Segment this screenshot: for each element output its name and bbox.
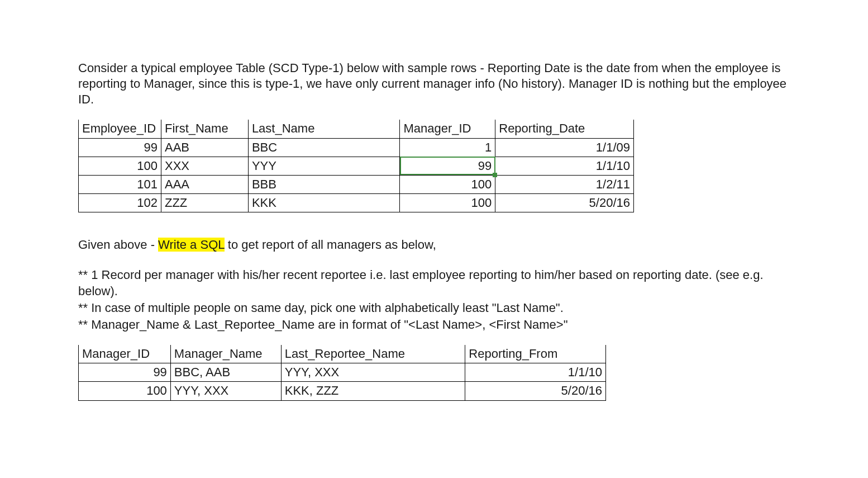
selected-cell[interactable]: 99 <box>400 157 495 175</box>
col-reporting-from: Reporting_From <box>465 345 606 363</box>
rule-3: ** Manager_Name & Last_Reportee_Name are… <box>78 317 790 333</box>
cell-first-name: XXX <box>161 157 248 175</box>
cell-manager-id: 1 <box>400 138 495 157</box>
task-suffix: to get report of all managers as below, <box>225 238 436 252</box>
cell-employee-id: 100 <box>79 157 161 175</box>
document-page: Consider a typical employee Table (SCD T… <box>0 0 868 478</box>
table-row: 100 YYY, XXX KKK, ZZZ 5/20/16 <box>79 382 606 400</box>
rules-block: ** 1 Record per manager with his/her rec… <box>78 267 790 333</box>
manager-table-header-row: Manager_ID Manager_Name Last_Reportee_Na… <box>79 345 606 363</box>
rule-2: ** In case of multiple people on same da… <box>78 300 790 316</box>
cell-reporting-from: 5/20/16 <box>465 382 606 400</box>
cell-last-name: YYY <box>248 157 400 175</box>
col-mgr-name: Manager_Name <box>170 345 281 363</box>
cell-reporting-from: 1/1/10 <box>465 363 606 382</box>
col-reportee-name: Last_Reportee_Name <box>281 345 465 363</box>
cell-first-name: AAB <box>161 138 248 157</box>
cell-reporting-date: 1/1/09 <box>495 138 634 157</box>
cell-reportee-name: KKK, ZZZ <box>281 382 465 400</box>
cell-mgr-name: YYY, XXX <box>170 382 281 400</box>
cell-manager-id: 100 <box>400 175 495 193</box>
table-row: 101 AAA BBB 100 1/2/11 <box>79 175 634 193</box>
cell-mgr-id: 99 <box>79 363 171 382</box>
cell-employee-id: 101 <box>79 175 161 193</box>
table-row: 99 BBC, AAB YYY, XXX 1/1/10 <box>79 363 606 382</box>
cell-last-name: BBB <box>248 175 400 193</box>
col-last-name: Last_Name <box>248 120 400 138</box>
cell-employee-id: 102 <box>79 194 161 212</box>
cell-reportee-name: YYY, XXX <box>281 363 465 382</box>
cell-last-name: BBC <box>248 138 400 157</box>
employee-table-header-row: Employee_ID First_Name Last_Name Manager… <box>79 120 634 138</box>
rule-1: ** 1 Record per manager with his/her rec… <box>78 267 790 299</box>
cell-mgr-name: BBC, AAB <box>170 363 281 382</box>
cell-reporting-date: 1/1/10 <box>495 157 634 175</box>
cell-reporting-date: 5/20/16 <box>495 194 634 212</box>
task-highlight: Write a SQL <box>158 238 225 252</box>
cell-employee-id: 99 <box>79 138 161 157</box>
cell-last-name: KKK <box>248 194 400 212</box>
cell-reporting-date: 1/2/11 <box>495 175 634 193</box>
col-mgr-id: Manager_ID <box>79 345 171 363</box>
col-reporting-date: Reporting_Date <box>495 120 634 138</box>
table-row: 102 ZZZ KKK 100 5/20/16 <box>79 194 634 212</box>
table-row: 99 AAB BBC 1 1/1/09 <box>79 138 634 157</box>
col-employee-id: Employee_ID <box>79 120 161 138</box>
manager-table: Manager_ID Manager_Name Last_Reportee_Na… <box>78 345 606 400</box>
col-manager-id: Manager_ID <box>400 120 495 138</box>
intro-paragraph: Consider a typical employee Table (SCD T… <box>78 60 790 107</box>
cell-manager-id: 100 <box>400 194 495 212</box>
employee-table: Employee_ID First_Name Last_Name Manager… <box>78 120 634 212</box>
cell-mgr-id: 100 <box>79 382 171 400</box>
task-prefix: Given above - <box>78 238 158 252</box>
task-paragraph: Given above - Write a SQL to get report … <box>78 237 790 253</box>
cell-first-name: ZZZ <box>161 194 248 212</box>
cell-first-name: AAA <box>161 175 248 193</box>
col-first-name: First_Name <box>161 120 248 138</box>
table-row: 100 XXX YYY 99 1/1/10 <box>79 157 634 175</box>
